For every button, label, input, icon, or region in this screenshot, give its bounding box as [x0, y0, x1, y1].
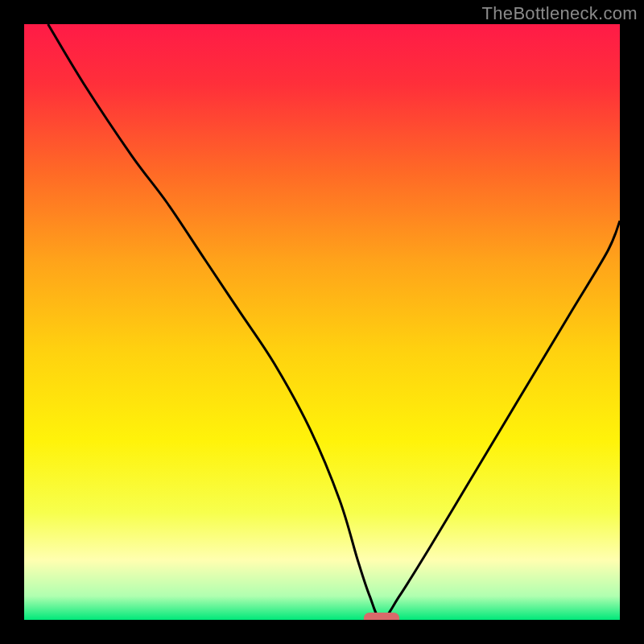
watermark-text: TheBottleneck.com — [482, 3, 638, 24]
plot-svg — [24, 24, 620, 620]
chart-frame: TheBottleneck.com — [0, 0, 644, 644]
optimal-marker — [364, 613, 399, 620]
gradient-background — [24, 24, 620, 620]
plot-area — [24, 24, 620, 620]
